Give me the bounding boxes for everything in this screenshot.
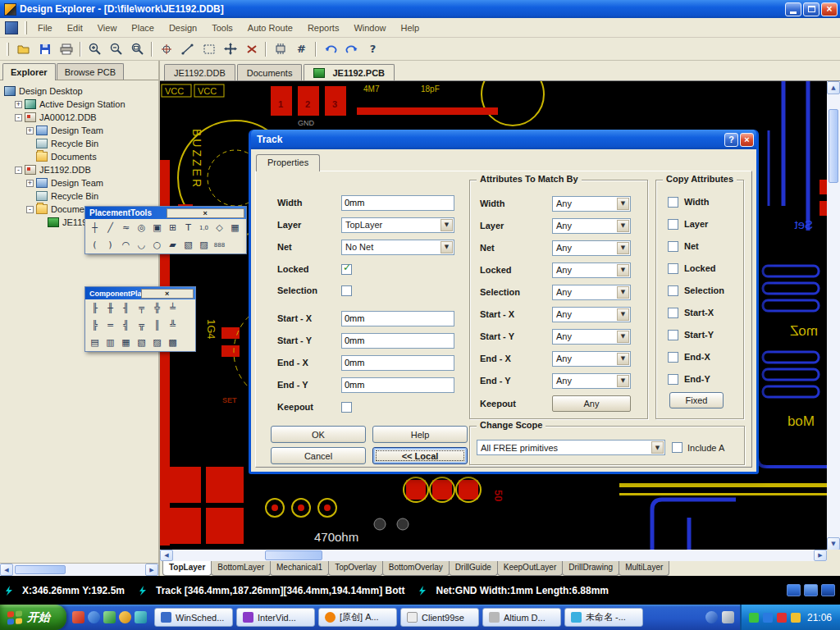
move-to-grid-icon[interactable]: ▨ [149,335,165,350]
copy-net-checkbox[interactable] [668,241,678,252]
dropdown-arrow-icon[interactable]: ▼ [441,241,453,253]
dialog-close-icon[interactable]: × [740,133,754,147]
menu-auto-route[interactable]: Auto Route [240,20,300,36]
copy-selection-checkbox[interactable] [668,285,678,296]
tree-expander[interactable]: - [26,206,34,213]
pcb-horizontal-scrollbar[interactable]: ◀ ▶ [160,550,827,561]
menu-tools[interactable]: Tools [204,20,240,36]
zoom-out-icon[interactable] [106,39,126,58]
dropdown-arrow-icon[interactable]: ▼ [617,353,629,365]
tree-item-ja00012-ddb[interactable]: -JA00012.DDB [0,111,158,124]
net-select[interactable]: No Net▼ [341,240,454,255]
distribute-bottom-icon[interactable]: ╩ [165,317,180,333]
doc-tab-documents[interactable]: Documents [237,64,303,80]
cancel-button[interactable]: Cancel [271,447,366,464]
tree-item-design-desktop[interactable]: Design Desktop [0,84,158,98]
tray-alert-icon[interactable] [777,613,787,623]
tree-item-design-team[interactable]: +Design Team [0,124,158,137]
match-layer-select[interactable]: Any▼ [552,218,631,234]
close-icon[interactable]: × [141,289,194,299]
align-bottom-icon[interactable]: ╧ [165,300,180,316]
layer-tab-bottomoverlay[interactable]: BottomOverlay [382,561,450,576]
center-vertical-icon[interactable]: ╬ [149,300,165,316]
center-horizontal-icon[interactable]: ╫ [103,300,118,316]
menu-place[interactable]: Place [124,20,162,36]
undo-icon[interactable] [320,39,340,58]
place-arc-edge-icon[interactable]: ( [87,237,103,253]
grid-icon[interactable]: # [291,39,312,58]
layer-tab-bottomlayer[interactable]: BottomLayer [211,561,271,576]
maximize-button[interactable] [803,2,819,16]
scroll-down-icon[interactable]: ▼ [827,537,840,550]
arrange-grid-icon[interactable]: ▦ [118,335,134,350]
save-icon[interactable] [34,39,55,58]
draw-line-icon[interactable] [177,39,198,58]
layer-tab-drilldrawing[interactable]: DrillDrawing [562,561,619,576]
tree-item-je1192-ddb[interactable]: -JE1192.DDB [0,163,158,176]
menubar-grip[interactable] [25,21,27,34]
tree-expander[interactable]: - [15,114,22,121]
select-area-icon[interactable] [199,39,219,58]
zoom-area-icon[interactable] [127,39,148,58]
local-button[interactable]: << Local [372,447,468,464]
language-bar-icon[interactable] [787,584,801,596]
place-line-icon[interactable]: ╱ [103,220,118,235]
place-dimension-icon[interactable]: ◇ [212,220,227,235]
locked-checkbox[interactable]: ✓ [341,264,352,275]
input-method-icon[interactable] [804,584,818,596]
task-intervid[interactable]: InterVid... [236,608,315,627]
dropdown-arrow-icon[interactable]: ▼ [617,331,629,343]
task-winsched[interactable]: WinSched... [154,608,233,627]
match-start-y-select[interactable]: Any▼ [552,329,631,345]
end-y-input[interactable] [341,377,454,393]
distribute-left-icon[interactable]: ╠ [87,317,103,333]
align-top-icon[interactable]: ╤ [134,300,149,316]
task-client99se[interactable]: Client99se [400,608,479,627]
match-locked-select[interactable]: Any▼ [552,262,631,278]
tree-item-design-team-2[interactable]: +Design Team [0,176,158,189]
pcb-vertical-scrollbar[interactable]: ▲ ▼ [827,81,840,550]
minimize-button[interactable] [785,2,801,16]
place-circle-icon[interactable]: ○ [149,237,165,253]
layer-tab-toplayer[interactable]: TopLayer [162,561,212,576]
match-keepout-button[interactable]: Any [552,395,631,412]
place-coordinate-icon[interactable]: 1,0 [196,220,212,235]
menu-window[interactable]: Window [346,20,393,36]
dropdown-arrow-icon[interactable]: ▼ [617,286,629,299]
tree-expander[interactable]: + [26,180,34,187]
dropdown-arrow-icon[interactable]: ▼ [651,441,664,454]
layer-tab-topoverlay[interactable]: TopOverlay [328,561,383,576]
print-icon[interactable] [56,39,76,58]
copy-start-y-checkbox[interactable] [668,330,678,340]
change-scope-select[interactable]: All FREE primitives▼ [477,440,665,455]
copy-end-y-checkbox[interactable] [668,374,678,385]
place-polygon-icon[interactable]: ▧ [180,237,196,253]
dropdown-arrow-icon[interactable]: ▼ [617,375,629,387]
open-folder-icon[interactable] [13,39,34,58]
place-arc-top-icon[interactable]: ◠ [118,237,134,253]
place-room-icon[interactable]: ⊞ [165,220,180,235]
match-net-select[interactable]: Any▼ [552,240,631,256]
scrollbar-thumb[interactable] [829,109,838,183]
copy-end-x-checkbox[interactable] [668,352,678,363]
menu-help[interactable]: Help [394,20,427,36]
delete-cross-icon[interactable] [241,39,262,58]
dropdown-arrow-icon[interactable]: ▼ [617,198,629,210]
cross-probe-icon[interactable] [156,39,176,58]
place-track-icon[interactable]: ┼ [87,220,103,235]
placement-options-icon[interactable]: ▩ [165,335,180,350]
dialog-help-icon[interactable]: ? [724,133,738,147]
match-selection-select[interactable]: Any▼ [552,285,631,300]
dropdown-arrow-icon[interactable]: ▼ [617,220,629,232]
tab-browse-pcb[interactable]: Browse PCB [57,63,124,80]
layer-tab-multilayer[interactable]: MultiLayer [619,561,669,576]
match-start-x-select[interactable]: Any▼ [552,307,631,322]
copy-start-x-checkbox[interactable] [668,308,678,318]
dropdown-arrow-icon[interactable]: ▼ [617,308,629,321]
scroll-right-icon[interactable]: ▶ [145,564,158,576]
tray-network-icon[interactable] [763,613,773,623]
panel-horizontal-scrollbar[interactable]: ◀ ▶ [0,563,158,576]
tree-item-active-design-station[interactable]: +Active Design Station [0,98,158,111]
place-array-icon[interactable]: 888 [212,237,227,253]
selection-checkbox[interactable] [341,285,352,296]
